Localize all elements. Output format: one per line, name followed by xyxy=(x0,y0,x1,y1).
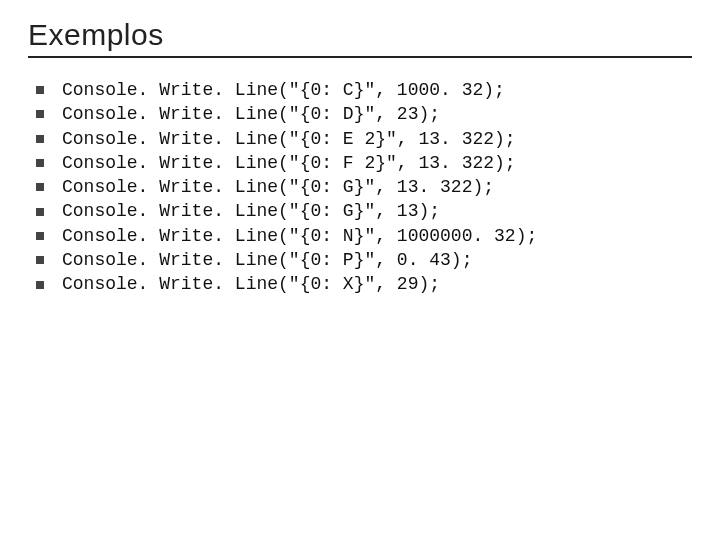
list-item: Console. Write. Line("{0: P}", 0. 43); xyxy=(36,248,692,272)
code-line: Console. Write. Line("{0: E 2}", 13. 322… xyxy=(62,127,516,151)
list-item: Console. Write. Line("{0: E 2}", 13. 322… xyxy=(36,127,692,151)
bullet-icon xyxy=(36,208,44,216)
code-line: Console. Write. Line("{0: C}", 1000. 32)… xyxy=(62,78,505,102)
code-line: Console. Write. Line("{0: F 2}", 13. 322… xyxy=(62,151,516,175)
bullet-icon xyxy=(36,256,44,264)
title-underline xyxy=(28,56,692,58)
slide: Exemplos Console. Write. Line("{0: C}", … xyxy=(0,0,720,540)
list-item: Console. Write. Line("{0: G}", 13. 322); xyxy=(36,175,692,199)
list-item: Console. Write. Line("{0: C}", 1000. 32)… xyxy=(36,78,692,102)
bullet-icon xyxy=(36,110,44,118)
bullet-icon xyxy=(36,135,44,143)
code-line: Console. Write. Line("{0: X}", 29); xyxy=(62,272,440,296)
code-line: Console. Write. Line("{0: P}", 0. 43); xyxy=(62,248,472,272)
code-line: Console. Write. Line("{0: G}", 13. 322); xyxy=(62,175,494,199)
code-line: Console. Write. Line("{0: G}", 13); xyxy=(62,199,440,223)
bullet-icon xyxy=(36,232,44,240)
bullet-icon xyxy=(36,183,44,191)
code-list: Console. Write. Line("{0: C}", 1000. 32)… xyxy=(36,78,692,297)
list-item: Console. Write. Line("{0: G}", 13); xyxy=(36,199,692,223)
bullet-icon xyxy=(36,159,44,167)
bullet-icon xyxy=(36,281,44,289)
list-item: Console. Write. Line("{0: X}", 29); xyxy=(36,272,692,296)
list-item: Console. Write. Line("{0: F 2}", 13. 322… xyxy=(36,151,692,175)
code-line: Console. Write. Line("{0: D}", 23); xyxy=(62,102,440,126)
slide-title: Exemplos xyxy=(28,18,692,52)
list-item: Console. Write. Line("{0: D}", 23); xyxy=(36,102,692,126)
code-line: Console. Write. Line("{0: N}", 1000000. … xyxy=(62,224,537,248)
list-item: Console. Write. Line("{0: N}", 1000000. … xyxy=(36,224,692,248)
bullet-icon xyxy=(36,86,44,94)
